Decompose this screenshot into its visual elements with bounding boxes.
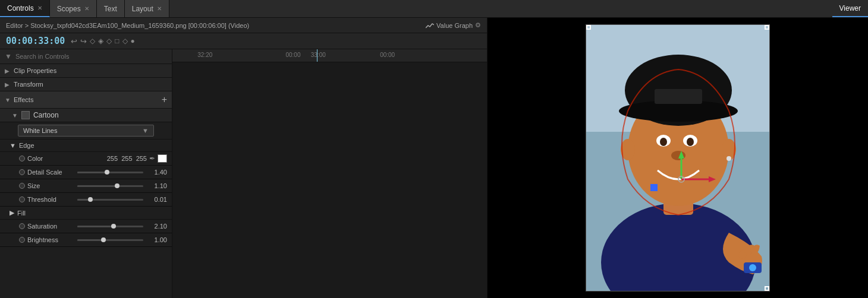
threshold-row: Threshold 0.01 [0, 193, 172, 207]
value-graph-label: Value Graph [436, 22, 473, 29]
cartoon-label: Cartoon [33, 111, 59, 119]
left-panel: Editor > Stocksy_txpfd042cd3EAm100_Mediu… [0, 18, 488, 298]
brightness-slider[interactable] [77, 236, 143, 244]
cartoon-dropdown-row: White Lines ▼ [0, 122, 172, 140]
value-graph-button[interactable]: Value Graph ⚙ [426, 21, 481, 29]
edge-header[interactable]: ▼ Edge [0, 140, 172, 152]
brightness-radio[interactable] [19, 237, 25, 243]
saturation-radio[interactable] [19, 223, 25, 229]
search-bar: ▼ [0, 49, 172, 64]
redo-button[interactable]: ↪ [80, 37, 87, 46]
svg-point-8 [660, 138, 667, 146]
detail-scale-slider[interactable] [77, 168, 143, 176]
svg-point-10 [687, 138, 694, 146]
main-area: Editor > Stocksy_txpfd042cd3EAm100_Mediu… [0, 18, 868, 298]
brightness-value: 1.00 [146, 236, 167, 243]
tab-controls-close[interactable]: ✕ [37, 5, 42, 11]
color-values: 255 255 255 [99, 155, 147, 162]
tab-text-label: Text [104, 5, 117, 13]
effects-add-button[interactable]: + [162, 94, 167, 105]
viewer-content [488, 18, 868, 298]
diamond3-icon: ◇ [106, 37, 112, 45]
value-graph-icon: ⚙ [475, 21, 481, 29]
brightness-label: Brightness [27, 236, 75, 243]
diamond1-icon: ◇ [90, 37, 95, 45]
viewer-panel [488, 18, 868, 298]
edge-arrow: ▼ [10, 142, 16, 149]
tab-bar: Controls ✕ Scopes ✕ Text Layout ✕ Viewer [0, 0, 868, 18]
timeline-area: 32:20 00:00 33:00 00:00 [172, 49, 487, 298]
undo-button[interactable]: ↩ [71, 37, 77, 46]
corner-handle-tl[interactable] [586, 25, 591, 30]
svg-point-17 [749, 264, 756, 271]
clip-properties-header[interactable]: ▶ Clip Properties [0, 64, 172, 78]
search-input[interactable] [15, 53, 167, 60]
size-value: 1.10 [146, 182, 167, 189]
tab-layout-label: Layout [132, 5, 153, 13]
clip-properties-arrow: ▶ [5, 68, 11, 74]
ruler-mark-2: 00:00 [285, 52, 300, 58]
controls-area: ▼ ▶ Clip Properties ▶ Transform ▼ Effect… [0, 49, 487, 298]
saturation-slider[interactable] [77, 222, 143, 230]
ruler-mark-1: 32:20 [197, 52, 212, 58]
size-row: Size 1.10 [0, 179, 172, 193]
viewer-image-container [586, 24, 770, 291]
detail-scale-label: Detail Scale [27, 169, 75, 176]
diamond2-icon: ◈ [98, 37, 103, 45]
effects-label: Effects [14, 96, 33, 103]
fill-header[interactable]: ▶ Fill [0, 207, 172, 220]
cartoon-arrow[interactable]: ▼ [12, 112, 18, 119]
corner-handle-tr[interactable] [765, 25, 769, 30]
ruler-mark-3: 33:00 [311, 52, 326, 58]
color-label: Color [27, 155, 75, 162]
tab-viewer-label: Viewer [839, 4, 861, 12]
tab-viewer[interactable]: Viewer [832, 0, 868, 17]
tab-scopes-label: Scopes [57, 5, 81, 13]
brightness-row: Brightness 1.00 [0, 233, 172, 247]
diamond4-icon: ◇ [122, 37, 128, 45]
color-swatch[interactable] [158, 154, 167, 163]
size-radio[interactable] [19, 183, 25, 189]
saturation-row: Saturation 2.10 [0, 220, 172, 233]
svg-point-11 [671, 151, 685, 160]
editor-bar: Editor > Stocksy_txpfd042cd3EAm100_Mediu… [0, 18, 487, 33]
saturation-value: 2.10 [146, 223, 167, 230]
cartoon-effect-row: ▼ Cartoon [0, 109, 172, 122]
editor-toolbar: ↩ ↪ ◇ ◈ ◇ □ ◇ ● [71, 37, 135, 46]
color-radio[interactable] [19, 156, 25, 161]
transform-header[interactable]: ▶ Transform [0, 78, 172, 91]
square-icon: □ [115, 37, 119, 45]
svg-rect-15 [655, 89, 702, 104]
threshold-label: Threshold [27, 196, 75, 203]
threshold-slider[interactable] [77, 195, 143, 204]
timeline-playhead[interactable] [317, 49, 317, 62]
cartoon-checkbox[interactable] [21, 111, 30, 119]
eyedropper-icon[interactable]: ✒ [149, 154, 155, 163]
size-label: Size [27, 182, 75, 189]
detail-scale-value: 1.40 [146, 169, 167, 176]
corner-handle-br[interactable] [765, 286, 769, 291]
tab-scopes[interactable]: Scopes ✕ [50, 0, 97, 17]
viewer-image [586, 24, 770, 291]
transform-arrow: ▶ [5, 81, 11, 88]
threshold-radio[interactable] [19, 196, 25, 202]
tab-text[interactable]: Text [97, 0, 125, 17]
threshold-value: 0.01 [146, 196, 167, 203]
controls-list: ▼ ▶ Clip Properties ▶ Transform ▼ Effect… [0, 49, 172, 298]
detail-scale-row: Detail Scale 1.40 [0, 166, 172, 179]
tab-layout[interactable]: Layout ✕ [125, 0, 169, 17]
effects-header[interactable]: ▼ Effects + [0, 91, 172, 109]
tab-controls-label: Controls [7, 4, 34, 12]
size-slider[interactable] [77, 182, 143, 190]
tab-controls[interactable]: Controls ✕ [0, 0, 50, 17]
clip-properties-label: Clip Properties [14, 67, 56, 74]
tab-scopes-close[interactable]: ✕ [84, 5, 89, 12]
detail-scale-radio[interactable] [19, 169, 25, 175]
tab-layout-close[interactable]: ✕ [157, 5, 162, 12]
color-param-row: Color 255 255 255 ✒ [0, 152, 172, 166]
white-lines-dropdown[interactable]: White Lines ▼ [18, 125, 154, 137]
timeline-ruler: 32:20 00:00 33:00 00:00 [172, 49, 487, 62]
svg-point-14 [727, 156, 731, 161]
timecode-display: 00:00:33:00 [6, 36, 65, 46]
circle-icon: ● [131, 37, 135, 45]
